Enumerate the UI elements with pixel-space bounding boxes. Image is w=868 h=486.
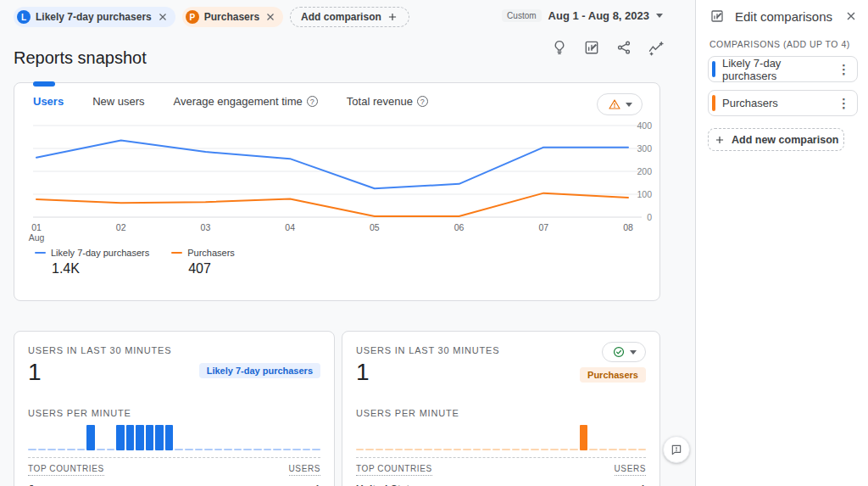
comparison-chip-likely-7-day[interactable]: L Likely 7-day purchasers: [14, 7, 175, 27]
data-quality-ok-button[interactable]: [602, 342, 646, 362]
metric-tabs: Users New users Average engagement time …: [33, 95, 428, 108]
users-per-minute-label: USERS PER MINUTE: [356, 408, 646, 418]
legend-dash-icon: [171, 252, 182, 254]
top-countries-header[interactable]: TOP COUNTRIES: [28, 464, 104, 476]
legend-label: Purchasers: [187, 248, 235, 258]
realtime-card-likely-7-day: USERS IN LAST 30 MINUTES 1 Likely 7-day …: [14, 331, 335, 486]
kebab-menu-icon[interactable]: [837, 97, 850, 109]
data-quality-warning-button[interactable]: [597, 93, 643, 115]
chart-legend: Likely 7-day purchasers 1.4K Purchasers …: [35, 248, 235, 277]
comparison-item-label: Likely 7-day purchasers: [722, 57, 837, 82]
close-icon[interactable]: [157, 11, 169, 23]
add-comparison-label: Add comparison: [301, 11, 381, 23]
insights-lightbulb-icon[interactable]: [551, 39, 568, 56]
legend-label: Likely 7-day purchasers: [51, 248, 149, 258]
svg-text:200: 200: [637, 166, 652, 176]
svg-text:07: 07: [538, 222, 548, 232]
close-icon[interactable]: [264, 11, 276, 23]
page-title: Reports snapshot: [14, 48, 147, 68]
warning-triangle-icon: [608, 98, 621, 111]
share-icon[interactable]: [615, 39, 632, 56]
legend-total: 407: [188, 261, 235, 277]
edit-comparisons-panel: Edit comparisons COMPARISONS (ADD UP TO …: [695, 0, 868, 486]
svg-text:100: 100: [637, 189, 652, 199]
users-per-minute-bars: [28, 423, 320, 450]
users-overview-card: Users New users Average engagement time …: [14, 82, 660, 301]
svg-text:400: 400: [637, 120, 652, 131]
feedback-bubble-icon: [670, 443, 683, 456]
legend-item-purchasers: Purchasers 407: [171, 248, 235, 277]
chevron-down-icon: [656, 14, 663, 18]
tab-total-revenue[interactable]: Total revenue: [347, 95, 428, 108]
comparison-accent-bar: [712, 61, 715, 77]
svg-text:06: 06: [454, 222, 465, 232]
tab-users[interactable]: Users: [33, 95, 64, 108]
users-per-minute-label: USERS PER MINUTE: [28, 408, 320, 418]
panel-header: Edit comparisons: [696, 0, 868, 31]
line-chart: 010020030040001Aug02030405060708: [14, 117, 659, 246]
main-content: L Likely 7-day purchasers P Purchasers A…: [0, 0, 695, 486]
comparison-item-likely-7-day[interactable]: Likely 7-day purchasers: [708, 56, 858, 82]
comparison-item-purchasers[interactable]: Purchasers: [708, 90, 858, 116]
svg-text:04: 04: [285, 222, 295, 232]
realtime-metric-label: USERS IN LAST 30 MINUTES: [28, 345, 320, 355]
chevron-down-icon: [626, 103, 632, 107]
svg-text:0: 0: [647, 212, 652, 222]
table-row: United States 1: [356, 476, 646, 486]
comparison-chip-initial: P: [186, 10, 199, 24]
chevron-down-icon: [630, 350, 637, 355]
close-icon[interactable]: [844, 9, 858, 23]
date-range-selector[interactable]: Custom Aug 1 - Aug 8, 2023: [502, 9, 663, 22]
table-row: Japan 1: [28, 476, 320, 486]
plus-icon: [387, 11, 398, 23]
comparison-badge: Likely 7-day purchasers: [199, 363, 320, 378]
date-range-type-badge: Custom: [502, 9, 541, 22]
help-icon[interactable]: [417, 96, 428, 107]
top-countries-header[interactable]: TOP COUNTRIES: [356, 464, 432, 476]
comparison-chip-label: Purchasers: [204, 11, 259, 23]
realtime-card-purchasers: USERS IN LAST 30 MINUTES 1 Purchasers US…: [342, 331, 660, 486]
top-countries-table: TOP COUNTRIES USERS United States 1: [356, 457, 646, 486]
svg-text:08: 08: [623, 222, 633, 232]
legend-dash-icon: [35, 252, 46, 254]
svg-text:300: 300: [637, 143, 652, 154]
customize-report-icon[interactable]: [583, 39, 600, 56]
comparison-chips-row: L Likely 7-day purchasers P Purchasers A…: [14, 7, 409, 27]
comparison-chip-label: Likely 7-day purchasers: [36, 11, 152, 23]
svg-text:03: 03: [201, 222, 211, 232]
top-countries-table: TOP COUNTRIES USERS Japan 1: [28, 457, 320, 486]
plus-icon: [714, 134, 726, 146]
svg-text:05: 05: [370, 222, 380, 232]
report-action-icons: [551, 39, 665, 56]
panel-title: Edit comparisons: [735, 9, 834, 24]
kebab-menu-icon[interactable]: [837, 63, 850, 75]
add-new-comparison-button[interactable]: Add new comparison: [708, 128, 844, 151]
comparison-chip-purchasers[interactable]: P Purchasers: [182, 7, 283, 27]
tab-average-engagement-time[interactable]: Average engagement time: [174, 95, 318, 108]
comparison-chip-initial: L: [17, 10, 31, 24]
svg-text:02: 02: [116, 222, 126, 232]
users-header[interactable]: USERS: [615, 464, 646, 476]
svg-text:01: 01: [31, 222, 42, 232]
insights-sparkline-icon[interactable]: [648, 39, 665, 56]
date-range-label: Aug 1 - Aug 8, 2023: [548, 9, 649, 22]
comparison-badge: Purchasers: [580, 367, 646, 383]
comparisons-section-label: COMPARISONS (ADD UP TO 4): [696, 31, 868, 56]
tab-new-users[interactable]: New users: [92, 95, 144, 108]
comparison-accent-bar: [712, 95, 715, 111]
svg-text:Aug: Aug: [29, 232, 45, 243]
add-comparison-button[interactable]: Add comparison: [290, 7, 409, 27]
edit-comparisons-icon: [709, 8, 725, 24]
users-header[interactable]: USERS: [289, 464, 320, 476]
comparison-item-label: Purchasers: [722, 97, 837, 109]
legend-total: 1.4K: [52, 261, 149, 277]
legend-item-likely-7-day: Likely 7-day purchasers 1.4K: [35, 248, 149, 277]
help-icon[interactable]: [307, 96, 318, 107]
feedback-button[interactable]: [663, 436, 690, 463]
check-circle-icon: [612, 345, 626, 359]
add-new-comparison-label: Add new comparison: [732, 134, 838, 146]
users-per-minute-bars: [356, 423, 646, 450]
active-tab-indicator: [33, 81, 55, 87]
